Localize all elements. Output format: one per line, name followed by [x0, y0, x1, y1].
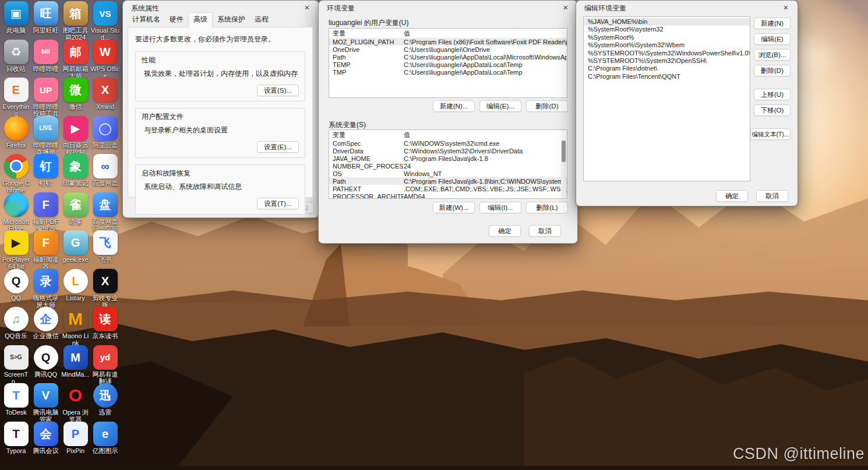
desktop-icon[interactable]: 旺阿里旺旺: [31, 1, 61, 40]
desktop-icon[interactable]: TToDesk: [1, 383, 31, 422]
desktop-icon[interactable]: 象印象笔记: [61, 154, 90, 192]
desktop-icon[interactable]: ▶PotPlayer 64 bit: [1, 230, 31, 269]
edit-button[interactable]: 编辑(E): [754, 33, 791, 45]
user-var-action-button[interactable]: 删除(D): [526, 100, 568, 112]
desktop-icon[interactable]: ▣此电脑: [1, 1, 31, 40]
settings-button[interactable]: 设置(S)...: [257, 85, 299, 96]
tab-远程[interactable]: 远程: [250, 13, 273, 27]
ok-button[interactable]: 确定: [489, 225, 521, 237]
system-variables-table[interactable]: 变量 值 ComSpecC:\WINDOWS\system32\cmd.exeD…: [329, 129, 567, 199]
desktop-icon[interactable]: V腾讯电脑管家: [31, 383, 61, 422]
env-var-row[interactable]: TEMPC:\Users\liuguanglei\AppData\Local\T…: [329, 61, 567, 68]
desktop-icon[interactable]: 企企业微信: [31, 307, 61, 345]
desktop-icon[interactable]: X剪映专业版: [90, 269, 120, 307]
cancel-button[interactable]: 取消: [756, 190, 788, 202]
desktop-icon[interactable]: 雀语雀: [61, 192, 90, 231]
desktop-icon[interactable]: 迅迅雷: [90, 383, 120, 422]
system-var-action-button[interactable]: 编辑(I)...: [479, 202, 521, 213]
close-icon[interactable]: ×: [301, 2, 313, 13]
desktop-icon[interactable]: 会腾讯会议: [31, 422, 61, 460]
env-var-row[interactable]: PATHEXT.COM;.EXE;.BAT;.CMD;.VBS;.VBE;.JS…: [329, 185, 567, 192]
path-entry[interactable]: %SystemRoot%\System32\Wbem: [584, 41, 750, 49]
close-icon[interactable]: ×: [780, 2, 792, 13]
tab-系统保护[interactable]: 系统保护: [213, 13, 250, 27]
desktop-icon[interactable]: 邮网易邮箱大师: [61, 40, 90, 78]
desktop-icon[interactable]: MMaono Link: [61, 307, 90, 345]
desktop-icon[interactable]: QQQ: [1, 269, 31, 307]
desktop-icon[interactable]: 微微信: [61, 78, 90, 116]
desktop-icon[interactable]: Ggeek.exe: [61, 230, 90, 269]
tab-高级[interactable]: 高级: [188, 12, 213, 27]
cancel-button[interactable]: 取消: [529, 225, 561, 237]
desktop-icon[interactable]: 飞飞书: [90, 230, 120, 269]
user-var-action-button[interactable]: 新建(N)...: [433, 100, 475, 112]
settings-button[interactable]: 设置(E)...: [257, 141, 299, 153]
env-var-row[interactable]: MOZ_PLUGIN_PATHC:\Program Files (x86)\Fo…: [329, 38, 567, 45]
desktop-icon[interactable]: yd网易有道翻译: [90, 345, 120, 384]
system-var-action-button[interactable]: 删除(L): [526, 202, 568, 213]
desktop-icon[interactable]: WWPS Office: [90, 40, 120, 78]
move-up-button[interactable]: 上移(U): [754, 89, 791, 100]
desktop-icon[interactable]: F福昕阅读器: [31, 230, 61, 269]
path-entry[interactable]: C:\Program Files\dotnet\: [584, 65, 750, 72]
desktop-icon[interactable]: 钉钉钉: [31, 154, 61, 192]
settings-button[interactable]: 设置(T)...: [257, 198, 299, 209]
env-var-row[interactable]: PathC:\Program Files\Java\jdk-1.8\bin;C:…: [329, 177, 567, 185]
env-var-row[interactable]: OSWindows_NT: [329, 170, 567, 177]
desktop-icon[interactable]: PPixPin: [61, 422, 90, 460]
browse-button[interactable]: 浏览(B)...: [754, 49, 791, 61]
path-entry[interactable]: %SYSTEMROOT%\System32\OpenSSH\: [584, 57, 750, 65]
desktop-icon[interactable]: F福昕PDF编辑器: [31, 192, 61, 231]
path-entry[interactable]: %SYSTEMROOT%\System32\WindowsPowerShell\…: [584, 50, 750, 57]
system-var-action-button[interactable]: 新建(W)...: [433, 202, 475, 213]
desktop-icon[interactable]: 盘百度网盘同步空间: [90, 192, 120, 231]
desktop-icon[interactable]: UP哔哩哔哩投稿工具: [31, 78, 61, 116]
desktop-icon[interactable]: OOpera 浏览器: [61, 383, 90, 422]
edit-text-button[interactable]: 编辑文本(T)...: [750, 128, 791, 140]
path-entry[interactable]: %SystemRoot%\system32: [584, 26, 750, 33]
desktop-icon[interactable]: S>GScreenTo...: [1, 345, 31, 384]
close-icon[interactable]: ×: [560, 2, 571, 13]
path-entry[interactable]: %SystemRoot%: [584, 34, 750, 41]
path-entries-list[interactable]: %JAVA_HOME%\bin%SystemRoot%\system32%Sys…: [583, 16, 750, 181]
desktop-icon[interactable]: EEverything: [1, 78, 31, 116]
desktop-icon[interactable]: VSVisual Stud...: [90, 1, 120, 40]
desktop-icon[interactable]: LListary: [61, 269, 90, 307]
desktop-icon[interactable]: ♻回收站: [1, 40, 31, 78]
desktop-icon[interactable]: Firefox: [1, 116, 31, 155]
desktop-icon[interactable]: ∞百度网盘: [90, 154, 120, 192]
env-var-row[interactable]: ComSpecC:\WINDOWS\system32\cmd.exe: [329, 139, 567, 147]
path-entry[interactable]: %JAVA_HOME%\bin: [584, 18, 750, 26]
desktop-icon[interactable]: 读京东读书: [90, 307, 120, 345]
user-variables-table[interactable]: 变量 值 MOZ_PLUGIN_PATHC:\Program Files (x8…: [329, 28, 567, 98]
desktop-icon[interactable]: LIVE哔哩哔哩直播姬: [31, 116, 61, 155]
desktop-icon[interactable]: ♫QQ音乐: [1, 307, 31, 345]
new-button[interactable]: 新建(N): [754, 17, 791, 29]
move-down-button[interactable]: 下移(O): [754, 104, 791, 116]
desktop-icon[interactable]: e亿图图示: [90, 422, 120, 460]
env-var-row[interactable]: JAVA_HOMEC:\Program Files\Java\jdk-1.8: [329, 155, 567, 162]
env-var-row[interactable]: DriverDataC:\Windows\System32\Drivers\Dr…: [329, 147, 567, 155]
desktop-icon[interactable]: TTypora: [1, 422, 31, 460]
desktop-icon[interactable]: XXmind: [90, 78, 120, 116]
user-var-action-button[interactable]: 编辑(E)...: [479, 100, 521, 112]
scrollbar[interactable]: [561, 139, 566, 198]
scrollbar-thumb[interactable]: [562, 141, 566, 162]
desktop-icon[interactable]: ◯阿里云盘: [90, 116, 120, 155]
desktop-icon[interactable]: 箱图吧工具箱2024: [61, 1, 90, 40]
desktop-icon[interactable]: Google Chrome: [1, 154, 31, 192]
delete-button[interactable]: 删除(D): [754, 65, 791, 76]
path-entry[interactable]: C:\Program Files\Tencent\QQNT: [584, 73, 750, 80]
desktop-icon[interactable]: 录嗨格式录屏大师: [31, 269, 61, 307]
desktop-icon[interactable]: MMindMa...: [61, 345, 90, 384]
env-var-row[interactable]: PathC:\Users\liuguanglei\AppData\Local\M…: [329, 53, 567, 61]
env-var-row[interactable]: TMPC:\Users\liuguanglei\AppData\Local\Te…: [329, 68, 567, 76]
tab-计算机名[interactable]: 计算机名: [128, 13, 165, 27]
desktop-icon[interactable]: bili哔哩哔哩: [31, 40, 61, 78]
tab-硬件[interactable]: 硬件: [165, 13, 188, 27]
desktop-icon[interactable]: Microsoft Edge: [1, 192, 31, 231]
desktop-icon[interactable]: Q腾讯QQ: [31, 345, 61, 384]
ok-button[interactable]: 确定: [716, 190, 748, 202]
env-var-row[interactable]: OneDriveC:\Users\liuguanglei\OneDrive: [329, 45, 567, 53]
env-var-row[interactable]: PROCESSOR_ARCHITECTUREAMD64: [329, 192, 567, 199]
